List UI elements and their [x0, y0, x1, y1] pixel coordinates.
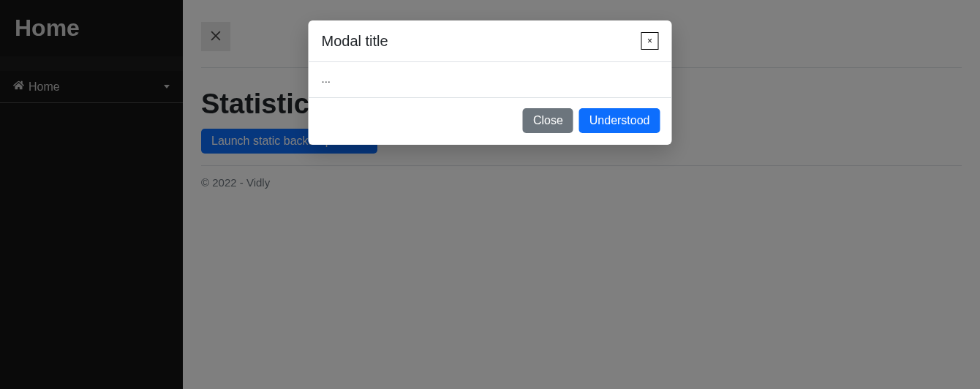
modal-close-button[interactable]: × — [641, 32, 659, 50]
modal-footer: Close Understood — [309, 97, 672, 145]
modal-close-secondary-button[interactable]: Close — [523, 108, 573, 133]
modal-header: Modal title × — [309, 20, 672, 62]
close-icon: × — [647, 37, 652, 45]
modal-confirm-button[interactable]: Understood — [579, 108, 660, 133]
modal-title: Modal title — [322, 33, 388, 50]
modal-body: ... — [309, 62, 672, 97]
modal-dialog: Modal title × ... Close Understood — [309, 20, 672, 145]
